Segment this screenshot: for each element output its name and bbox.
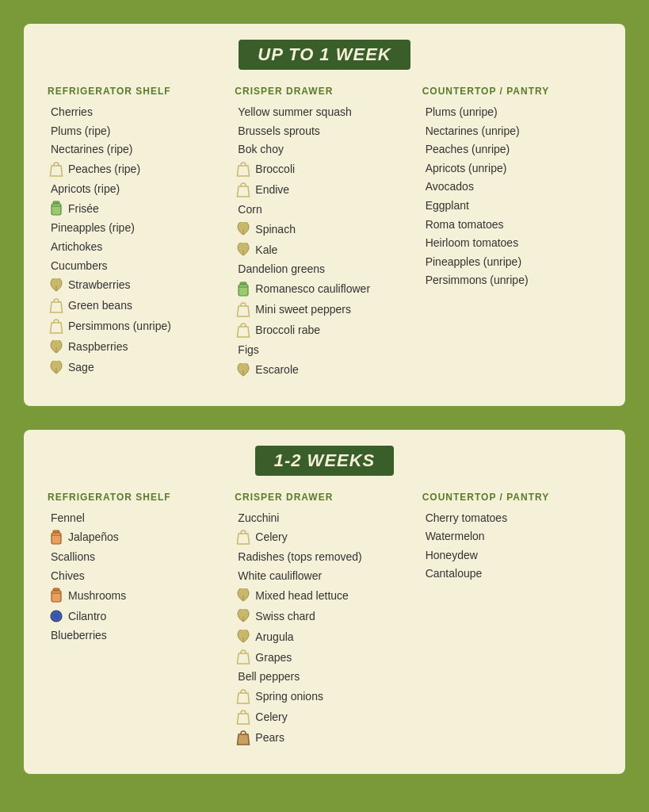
list-item: Blueberries bbox=[48, 628, 227, 644]
item-list-fridge-2: Fennel JalapeñosScallionsChives Mushroom… bbox=[48, 511, 227, 644]
section-title-up-to-1-week: UP TO 1 WEEK bbox=[239, 40, 410, 70]
list-item: Pineapples (ripe) bbox=[48, 220, 227, 236]
list-item: Bell peppers bbox=[235, 669, 414, 685]
list-item: Pears bbox=[235, 730, 414, 747]
list-item: Nectarines (unripe) bbox=[422, 124, 601, 140]
list-item: Plums (unripe) bbox=[422, 105, 601, 121]
item-text: Watermelon bbox=[426, 529, 485, 545]
bag-icon bbox=[235, 529, 252, 546]
blue-circle-icon bbox=[48, 607, 65, 625]
list-item: Jalapeños bbox=[48, 529, 227, 546]
item-text: Fennel bbox=[51, 511, 85, 527]
section-1-2-weeks: 1-2 WEEKSREFRIGERATOR SHELFFennel Jalape… bbox=[24, 430, 625, 774]
bag-icon bbox=[48, 161, 65, 178]
item-text: Scallions bbox=[51, 550, 95, 565]
column-fridge-1: REFRIGERATOR SHELFCherriesPlums (ripe)Ne… bbox=[48, 86, 227, 382]
item-text: Mixed head lettuce bbox=[255, 588, 349, 604]
list-item: Yellow summer squash bbox=[235, 105, 414, 121]
item-list-pantry-2: Cherry tomatoesWatermelonHoneydewCantalo… bbox=[422, 511, 601, 582]
item-text: Spring onions bbox=[255, 689, 323, 705]
item-text: Pineapples (ripe) bbox=[51, 220, 135, 236]
column-pantry-2: COUNTERTOP / PANTRYCherry tomatoesWaterm… bbox=[422, 492, 601, 750]
item-text: Dandelion greens bbox=[238, 262, 325, 278]
leaf-icon bbox=[235, 241, 252, 259]
list-item: Artichokes bbox=[48, 239, 227, 255]
list-item: Pineapples (unripe) bbox=[422, 255, 601, 270]
list-item: Celery bbox=[235, 529, 414, 546]
bag-icon bbox=[235, 688, 252, 706]
section-header-1-2-weeks: 1-2 WEEKS bbox=[48, 446, 601, 476]
orange-jar-icon bbox=[48, 529, 65, 546]
list-item: Sage bbox=[48, 359, 227, 377]
item-text: Spinach bbox=[255, 222, 296, 238]
list-item: Raspberries bbox=[48, 339, 227, 356]
item-text: Apricots (ripe) bbox=[51, 182, 120, 197]
brown-bag-icon bbox=[235, 730, 252, 747]
column-pantry-1: COUNTERTOP / PANTRYPlums (unripe)Nectari… bbox=[422, 86, 601, 382]
item-text: Frisée bbox=[68, 201, 99, 217]
list-item: Corn bbox=[235, 202, 414, 218]
section-header-up-to-1-week: UP TO 1 WEEK bbox=[48, 40, 601, 70]
columns-1-2-weeks: REFRIGERATOR SHELFFennel JalapeñosScalli… bbox=[48, 492, 601, 750]
item-text: Plums (unripe) bbox=[426, 105, 498, 121]
list-item: Cantaloupe bbox=[422, 566, 601, 582]
jar-icon bbox=[235, 281, 252, 298]
item-text: Plums (ripe) bbox=[51, 124, 110, 140]
item-list-crisper-2: Zucchini CeleryRadishes (tops removed)Wh… bbox=[235, 511, 414, 747]
leaf-icon bbox=[235, 362, 252, 379]
list-item: Dandelion greens bbox=[235, 262, 414, 278]
item-text: Corn bbox=[238, 202, 262, 218]
section-title-1-2-weeks: 1-2 WEEKS bbox=[255, 446, 395, 476]
item-text: Escarole bbox=[255, 362, 298, 378]
item-text: Mini sweet peppers bbox=[255, 302, 351, 318]
list-item: Cucumbers bbox=[48, 259, 227, 274]
item-list-crisper-1: Yellow summer squashBrussels sproutsBok … bbox=[235, 105, 414, 379]
list-item: Heirloom tomatoes bbox=[422, 236, 601, 251]
item-text: Peaches (ripe) bbox=[68, 162, 140, 178]
item-text: Avocados bbox=[426, 179, 474, 195]
list-item: Celery bbox=[235, 709, 414, 726]
list-item: Cherry tomatoes bbox=[422, 511, 601, 527]
item-text: Strawberries bbox=[68, 278, 131, 293]
item-text: Radishes (tops removed) bbox=[238, 550, 361, 565]
item-text: Swiss chard bbox=[255, 609, 315, 625]
bag-icon bbox=[48, 318, 65, 335]
leaf-icon bbox=[235, 628, 252, 645]
bag-icon bbox=[48, 297, 65, 315]
list-item: Kale bbox=[235, 241, 414, 259]
item-text: Sage bbox=[68, 360, 94, 376]
item-text: Grapes bbox=[255, 650, 292, 666]
leaf-icon bbox=[235, 587, 252, 604]
item-text: Brussels sprouts bbox=[238, 124, 319, 140]
item-text: Cherry tomatoes bbox=[426, 511, 507, 527]
item-text: White cauliflower bbox=[238, 569, 322, 584]
item-text: Arugula bbox=[255, 630, 293, 645]
column-crisper-1: CRISPER DRAWERYellow summer squashBrusse… bbox=[235, 86, 414, 382]
list-item: Cilantro bbox=[48, 607, 227, 625]
item-text: Apricots (unripe) bbox=[426, 161, 507, 177]
list-item: Apricots (ripe) bbox=[48, 182, 227, 197]
list-item: Fennel bbox=[48, 511, 227, 527]
item-text: Blueberries bbox=[51, 628, 107, 644]
list-item: Mushrooms bbox=[48, 587, 227, 604]
bag-icon bbox=[235, 182, 252, 199]
list-item: Scallions bbox=[48, 550, 227, 565]
bag-icon bbox=[235, 649, 252, 666]
page-container: UP TO 1 WEEKREFRIGERATOR SHELFCherriesPl… bbox=[16, 16, 633, 806]
jar-icon bbox=[48, 200, 65, 217]
item-text: Raspberries bbox=[68, 339, 128, 355]
columns-up-to-1-week: REFRIGERATOR SHELFCherriesPlums (ripe)Ne… bbox=[48, 86, 601, 382]
item-text: Jalapeños bbox=[68, 530, 119, 546]
list-item: Arugula bbox=[235, 628, 414, 645]
list-item: Persimmons (unripe) bbox=[422, 273, 601, 289]
item-text: Eggplant bbox=[426, 198, 469, 214]
item-text: Persimmons (unripe) bbox=[68, 319, 171, 335]
list-item: Roma tomatoes bbox=[422, 217, 601, 233]
list-item: Honeydew bbox=[422, 548, 601, 564]
item-text: Roma tomatoes bbox=[426, 217, 504, 233]
column-crisper-2: CRISPER DRAWERZucchini CeleryRadishes (t… bbox=[235, 492, 414, 750]
item-text: Celery bbox=[255, 530, 287, 546]
list-item: Swiss chard bbox=[235, 607, 414, 625]
leaf-icon bbox=[235, 607, 252, 625]
list-item: Spring onions bbox=[235, 688, 414, 706]
